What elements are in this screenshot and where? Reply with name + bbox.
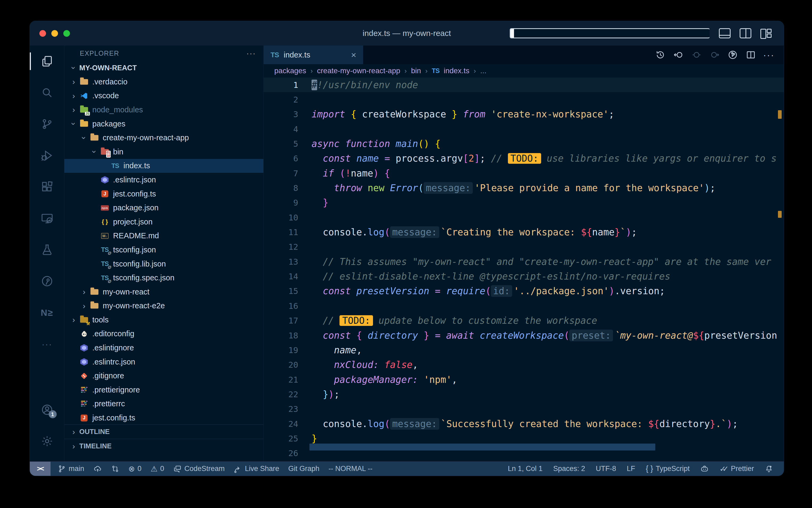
status-git-branch[interactable]: main (57, 465, 84, 473)
code-line-18[interactable]: 18 const { directory } = await createWor… (264, 328, 784, 343)
activity-codestream[interactable] (30, 265, 64, 297)
code-line-1[interactable]: 1#!/usr/bin/env node (264, 78, 784, 92)
zoom-window-button[interactable] (63, 30, 70, 37)
activity-settings[interactable] (30, 425, 64, 457)
tree-item-index.ts[interactable]: ›TSindex.ts (64, 159, 264, 173)
code-line-16[interactable]: 16 (264, 298, 784, 313)
tree-item-.eslintignore[interactable]: ›.eslintignore (64, 341, 264, 355)
code-line-9[interactable]: 9 } (264, 196, 784, 210)
close-tab-icon[interactable]: × (351, 50, 356, 60)
layout-icon[interactable] (760, 29, 772, 38)
breadcrumb-file[interactable]: index.ts (444, 67, 470, 75)
tree-item-tools[interactable]: ›⚒tools (64, 313, 264, 327)
status-encoding[interactable]: UTF-8 (596, 465, 616, 473)
code-line-21[interactable]: 21 packageManager: 'npm', (264, 372, 784, 387)
tree-item-node-modules[interactable]: ›JSnode_modules (64, 103, 264, 117)
tree-item-readme.md[interactable]: ›M↓README.md (64, 229, 264, 243)
code-line-14[interactable]: 14 // eslint-disable-next-line @typescri… (264, 269, 784, 284)
code-line-2[interactable]: 2 (264, 92, 784, 107)
activity-remote-explorer[interactable] (30, 203, 64, 234)
code-line-8[interactable]: 8 throw new Error(message:'Please provid… (264, 180, 784, 195)
workspace-root-row[interactable]: › MY-OWN-REACT (64, 61, 264, 75)
panel-toggle-icon[interactable] (719, 28, 730, 38)
status-git-compare[interactable] (111, 465, 120, 473)
tree-item-create-my-own-react-app[interactable]: ›create-my-own-react-app (64, 131, 264, 145)
status-cursor-position[interactable]: Ln 1, Col 1 (508, 465, 543, 473)
tree-item-my-own-react-e2e[interactable]: ›my-own-react-e2e (64, 299, 264, 313)
tree-item-.editorconfig[interactable]: ›.editorconfig (64, 327, 264, 341)
code-line-17[interactable]: 17 // TODO: update below to customize th… (264, 313, 784, 328)
code-line-10[interactable]: 10 (264, 210, 784, 225)
tree-item-tsconfig.spec.json[interactable]: ›TS⚙tsconfig.spec.json (64, 271, 264, 285)
status-notifications[interactable] (765, 465, 773, 473)
code-line-15[interactable]: 15 const presetVersion = require(id:'../… (264, 284, 784, 298)
split-editor-icon[interactable] (746, 49, 756, 60)
breadcrumb-item[interactable]: create-my-own-react-app (317, 67, 400, 75)
nav-prev-icon[interactable] (691, 49, 702, 60)
code-line-11[interactable]: 11 console.log(message:`Creating the wor… (264, 225, 784, 239)
status-problems-errors[interactable]: ⊗0 (129, 464, 142, 473)
section-outline[interactable]: ›OUTLINE (64, 424, 264, 439)
activity-more[interactable]: ··· (30, 328, 64, 360)
tree-item-project.json[interactable]: ›{ }project.json (64, 215, 264, 229)
activity-nx-console[interactable]: N≥ (30, 297, 64, 328)
breadcrumb[interactable]: packages›create-my-own-react-app›bin›TSi… (264, 64, 784, 78)
activity-extensions[interactable] (30, 171, 64, 203)
nav-next-icon[interactable] (709, 49, 720, 60)
activity-testing[interactable] (30, 234, 64, 265)
code-line-24[interactable]: 24 console.log(message:`Successfully cre… (264, 416, 784, 431)
tree-item-.eslintrc.json[interactable]: ›.eslintrc.json (64, 355, 264, 369)
branch-circle-icon[interactable] (727, 49, 738, 60)
code-line-13[interactable]: 13 // This assumes "my-own-react" and "c… (264, 254, 784, 269)
tree-item-tsconfig.lib.json[interactable]: ›TS⚙tsconfig.lib.json (64, 257, 264, 271)
explorer-actions-icon[interactable]: ··· (246, 49, 256, 58)
status-eol[interactable]: LF (627, 465, 635, 473)
close-window-button[interactable] (39, 30, 46, 37)
code-line-22[interactable]: 22 }); (264, 387, 784, 401)
code-line-5[interactable]: 5async function main() { (264, 136, 784, 151)
status-live-share[interactable]: Live Share (234, 465, 279, 473)
tree-item-package.json[interactable]: ›npmpackage.json (64, 201, 264, 215)
tree-item-jest.config.ts[interactable]: ›Jjest.config.ts (64, 187, 264, 201)
breadcrumb-symbol[interactable]: ... (480, 67, 486, 75)
breadcrumb-item[interactable]: packages (274, 67, 306, 75)
move-back-icon[interactable] (673, 49, 684, 60)
code-line-23[interactable]: 23 (264, 402, 784, 416)
tree-item-bin[interactable]: ›0110bin (64, 145, 264, 159)
tree-item-tsconfig.json[interactable]: ›TS⚙tsconfig.json (64, 243, 264, 257)
tree-item-.prettierrc[interactable]: ›.prettierrc (64, 397, 264, 411)
activity-run-debug[interactable] (30, 140, 64, 171)
activity-explorer[interactable] (30, 46, 64, 77)
status-codestream[interactable]: CodeStream (173, 465, 225, 473)
titlebar[interactable]: index.ts — my-own-react (30, 21, 784, 46)
code-line-20[interactable]: 20 nxCloud: false, (264, 357, 784, 372)
tree-item-.vscode[interactable]: ›.vscode (64, 89, 264, 103)
tree-item-.eslintrc.json[interactable]: ›.eslintrc.json (64, 173, 264, 187)
tab-index-ts[interactable]: TS index.ts × (264, 46, 363, 64)
status-problems-warnings[interactable]: ⚠0 (151, 464, 164, 473)
status-vim-mode[interactable]: -- NORMAL -- (329, 465, 373, 473)
status-copilot[interactable] (700, 465, 709, 473)
tree-item-.prettierignore[interactable]: ›.prettierignore (64, 383, 264, 397)
status-indentation[interactable]: Spaces: 2 (553, 465, 585, 473)
section-timeline[interactable]: ›TIMELINE (64, 439, 264, 453)
activity-search[interactable] (30, 77, 64, 109)
activity-source-control[interactable] (30, 109, 64, 140)
code-line-12[interactable]: 12 (264, 240, 784, 254)
split-editor-icon[interactable] (739, 28, 751, 38)
status-prettier[interactable]: ✓✓Prettier (719, 464, 754, 473)
tree-item-jest.config.ts[interactable]: ›Jjest.config.ts (64, 411, 264, 425)
horizontal-scrollbar[interactable] (309, 443, 655, 451)
code-line-6[interactable]: 6 const name = process.argv[2]; // TODO:… (264, 151, 784, 166)
code-line-4[interactable]: 4 (264, 122, 784, 136)
status-publish[interactable] (93, 465, 102, 473)
status-git-graph[interactable]: Git Graph (288, 465, 320, 473)
code-line-19[interactable]: 19 name, (264, 343, 784, 357)
activity-accounts[interactable]: 1 (30, 394, 64, 425)
status-language-mode[interactable]: { }TypeScript (646, 464, 689, 473)
tree-item-my-own-react[interactable]: ›my-own-react (64, 285, 264, 299)
ellipsis-icon[interactable]: ··· (764, 49, 774, 60)
breadcrumb-item[interactable]: bin (411, 67, 421, 75)
minimize-window-button[interactable] (51, 30, 58, 37)
tree-item-.verdaccio[interactable]: ›.verdaccio (64, 75, 264, 89)
